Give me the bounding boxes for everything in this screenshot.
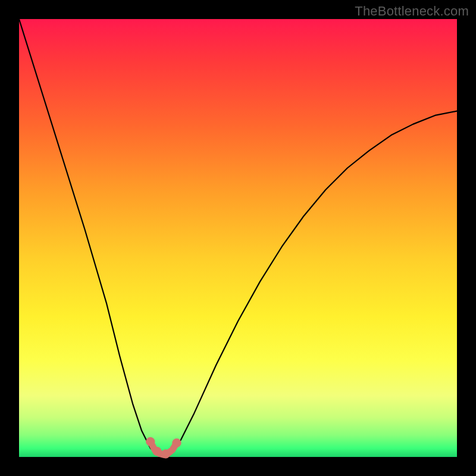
- watermark-text: TheBottleneck.com: [355, 4, 469, 19]
- plot-area: [19, 19, 457, 457]
- trough-point-right: [173, 439, 181, 447]
- chart-svg: [19, 19, 457, 457]
- chart-frame: TheBottleneck.com: [0, 0, 476, 476]
- curve-group: [19, 19, 457, 457]
- bottleneck-curve: [19, 19, 457, 457]
- trough-point-left: [146, 437, 155, 446]
- trough-point-mid-d: [167, 449, 173, 455]
